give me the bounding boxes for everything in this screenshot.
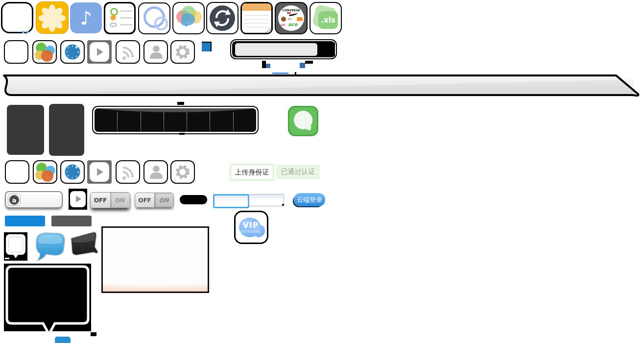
xls-label: .xls — [318, 11, 338, 29]
bubble-tail — [183, 24, 189, 30]
search-bar[interactable] — [230, 39, 337, 59]
blue-dot — [26, 31, 29, 33]
toolbar-divider — [210, 112, 210, 131]
vip-icon[interactable]: VIP INTEGRAL — [234, 211, 268, 244]
bubble-pointer — [13, 254, 19, 258]
play-button-tile[interactable] — [69, 189, 87, 210]
text-input-focused[interactable] — [213, 194, 249, 208]
icon-gear[interactable] — [170, 160, 195, 184]
large-black-speech-bubble — [4, 264, 91, 338]
icon-blank-small[interactable] — [5, 160, 29, 184]
fragment-blue-badge — [55, 337, 71, 343]
gear-icon — [171, 161, 194, 183]
app-icon-photos-flower[interactable] — [36, 1, 69, 34]
on-label: ON — [110, 193, 130, 208]
icon-color-circles[interactable] — [33, 160, 57, 184]
app-icon-blank[interactable] — [1, 2, 33, 33]
doodle-circle-icon — [61, 161, 84, 183]
fragment-black-mark — [179, 133, 185, 135]
person-body — [150, 52, 163, 59]
black-pill — [180, 195, 207, 204]
black-speech-bubble — [68, 230, 100, 262]
converse-logo-text: CONVERSE — [278, 8, 304, 12]
cloud-login-button[interactable]: 云端登录 — [294, 193, 325, 206]
white-speech-bubble-tile — [4, 232, 27, 261]
fragment-blue-square — [266, 64, 270, 68]
icon-rss[interactable] — [116, 40, 140, 64]
person-body — [150, 172, 163, 179]
icon-color-circles[interactable] — [32, 40, 57, 64]
list-icon — [105, 3, 134, 33]
play-triangle-icon — [76, 196, 81, 202]
fragment-black-bar — [305, 61, 313, 64]
app-icon-xls-export[interactable]: .xls — [310, 2, 342, 34]
toggle-switch-2[interactable]: OFF ON — [135, 193, 174, 208]
vip-sub-label: INTEGRAL — [239, 230, 262, 234]
sun-icon — [111, 15, 116, 20]
toolbar-divider — [141, 112, 141, 131]
blue-speech-bubble — [31, 230, 67, 262]
orange-circle — [41, 50, 53, 62]
fragment-black-mark — [177, 102, 184, 105]
toggle-switch-1[interactable]: OFF ON — [90, 192, 130, 208]
icon-contact[interactable] — [143, 40, 168, 64]
app-icon-music[interactable]: ♪ — [70, 2, 102, 33]
sprite-canvas: ♪ — [0, 0, 644, 343]
vip-label: VIP — [239, 220, 262, 230]
dark-card — [49, 104, 84, 156]
search-button-area[interactable] — [318, 42, 335, 57]
play-triangle-icon — [97, 48, 103, 56]
app-icon-list-settings[interactable] — [104, 2, 136, 34]
icon-rss[interactable] — [116, 160, 140, 184]
refresh-arrows-icon — [210, 5, 235, 31]
gray-rect-button[interactable] — [51, 216, 92, 226]
icon-contact[interactable] — [143, 160, 168, 184]
person-head — [153, 166, 160, 172]
play-triangle-icon — [97, 168, 103, 176]
search-input[interactable]: a — [5, 191, 63, 208]
app-icon-sync[interactable] — [206, 2, 239, 34]
toolbar-divider — [233, 112, 234, 131]
text-input[interactable] — [249, 194, 284, 206]
messages-app-icon[interactable] — [288, 106, 318, 136]
app-icon-chat-bubbles[interactable] — [172, 2, 205, 34]
sync-circle — [210, 5, 235, 31]
search-input-field[interactable] — [235, 43, 317, 56]
icon-blue-doodle-circle[interactable] — [60, 40, 85, 64]
upload-id-button[interactable]: 上传身份证 — [231, 165, 273, 180]
icon-play[interactable] — [87, 40, 112, 64]
icon-blue-doodle-circle[interactable] — [60, 160, 85, 184]
icon-play[interactable] — [87, 160, 112, 184]
fragment-dot — [282, 204, 284, 206]
cn-logo-text: 11 — [288, 17, 292, 21]
icon-gear[interactable] — [170, 40, 195, 64]
monkey-logo-icon — [281, 17, 286, 22]
toolbar-divider — [187, 112, 187, 131]
panel-peach-gradient — [103, 278, 208, 292]
dark-card — [7, 105, 44, 155]
notes-paper — [242, 3, 271, 33]
blue-rect-button[interactable] — [5, 216, 45, 226]
doodle-circle-icon — [61, 41, 84, 63]
notes-header — [242, 3, 271, 11]
verified-badge: 已通过认证 — [277, 165, 319, 179]
app-icon-brands[interactable]: CONVERSE V8 ace 11 — [275, 2, 308, 34]
content-panel — [101, 226, 209, 293]
fragment-black-square — [91, 332, 96, 336]
toolbar-divider — [117, 112, 118, 131]
app-icon-circles[interactable] — [138, 2, 170, 34]
red-mark — [287, 12, 291, 14]
cloud-icon — [110, 23, 117, 27]
off-label: OFF — [135, 193, 154, 207]
blue-square-checkbox[interactable] — [202, 42, 212, 51]
orange-circle — [42, 170, 53, 182]
icon-blank-small[interactable] — [4, 40, 28, 64]
fragment-blue-square — [300, 63, 305, 68]
app-icon-notes[interactable] — [240, 2, 273, 34]
off-label: OFF — [91, 193, 110, 208]
blue-dot — [22, 31, 24, 33]
flower-icon — [36, 2, 68, 33]
ace-logo-text: ace — [288, 22, 297, 27]
glossy-toolbar[interactable] — [93, 107, 258, 133]
toolbar-divider — [164, 112, 164, 131]
